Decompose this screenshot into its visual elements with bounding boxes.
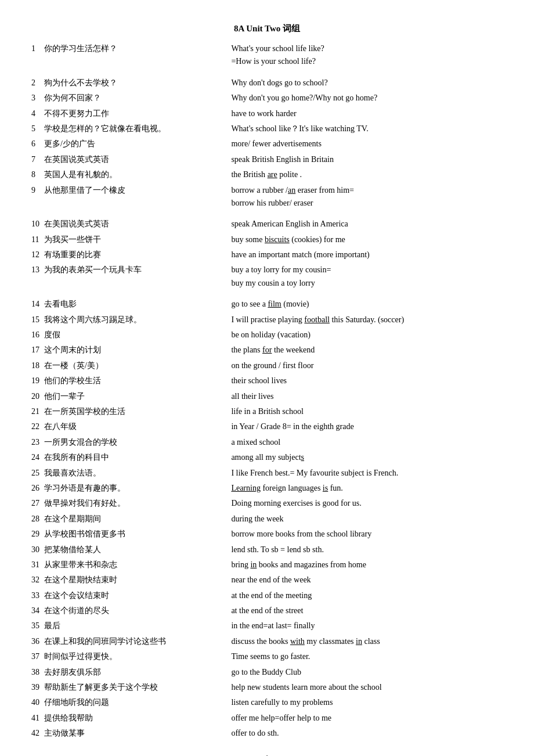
chinese-cell: 8 英国人是有礼貌的。 — [29, 167, 229, 182]
english-cell: I like French best.= My favourite subjec… — [229, 466, 505, 481]
item-number: 31 — [31, 559, 44, 571]
english-cell: at the end of the street — [229, 603, 505, 618]
item-number: 25 — [31, 467, 44, 480]
item-number: 30 — [31, 543, 44, 556]
item-number: 35 — [31, 620, 44, 632]
english-cell: be on holiday (vacation) — [229, 327, 505, 343]
chinese-text: 从学校图书馆借更多书 — [44, 530, 125, 538]
item-number: 1 — [31, 42, 44, 55]
table-row: 35 最后in the end=at last= finally — [29, 618, 505, 633]
table-row: 14 去看电影go to see a film (movie) — [29, 297, 505, 312]
english-cell: during the week — [229, 512, 505, 527]
chinese-text: 他们的学校生活 — [44, 376, 101, 385]
chinese-text: 你的学习生活怎样？ — [44, 44, 117, 53]
chinese-text: 在这个星期快结束时 — [44, 575, 117, 584]
english-cell: at the end of the meeting — [229, 588, 505, 603]
chinese-text: 狗为什么不去学校？ — [44, 78, 117, 87]
chinese-text: 不得不更努力工作 — [44, 109, 109, 118]
item-number: 4 — [31, 107, 44, 120]
chinese-text: 主动做某事 — [44, 729, 85, 737]
chinese-cell: 1 你的学习生活怎样？ — [29, 41, 229, 70]
item-number: 36 — [31, 635, 44, 648]
chinese-text: 从家里带来书和杂志 — [44, 560, 117, 569]
item-number: 5 — [31, 123, 44, 135]
chinese-text: 在美国说美式英语 — [44, 219, 109, 228]
english-cell: have to work harder — [229, 106, 505, 121]
item-number: 8 — [31, 168, 44, 181]
english-cell: borrow a rubber /an eraser from him=borr… — [229, 183, 505, 211]
table-row: 25 我最喜欢法语。I like French best.= My favour… — [29, 466, 505, 481]
chinese-text: 他们一辈子 — [44, 392, 85, 401]
table-row: 40 仔细地听我的问题listen carefully to my proble… — [29, 695, 505, 710]
table-row: 32 在这个星期快结束时near the end of the week — [29, 573, 505, 588]
table-row: 36 在课上和我的同班同学讨论这些书discuss the books with… — [29, 634, 505, 649]
table-row: 7 在英国说英式英语speak British English in Brita… — [29, 152, 505, 167]
chinese-text: 把某物借给某人 — [44, 545, 101, 554]
english-cell: have an important match (more important) — [229, 247, 505, 262]
chinese-text: 一所男女混合的学校 — [44, 438, 117, 447]
english-cell: on the ground / first floor — [229, 358, 505, 373]
item-number: 41 — [31, 712, 44, 725]
chinese-cell: 11 为我买一些饼干 — [29, 232, 229, 247]
item-number: 18 — [31, 359, 44, 372]
table-row: 38 去好朋友俱乐部go to the Buddy Club — [29, 665, 505, 680]
vocab-table: 1 你的学习生活怎样？What's your school life like?… — [29, 41, 505, 741]
table-row: 26 学习外语是有趣的事。Learning foreign languages … — [29, 481, 505, 496]
chinese-cell: 29 从学校图书馆借更多书 — [29, 527, 229, 542]
chinese-text: 最后 — [44, 621, 60, 630]
chinese-text: 更多/少的广告 — [44, 139, 95, 148]
english-cell: buy some biscuits (cookies) for me — [229, 232, 505, 247]
chinese-cell: 26 学习外语是有趣的事。 — [29, 481, 229, 496]
chinese-text: 做早操对我们有好处。 — [44, 499, 125, 507]
chinese-text: 在这个会议结束时 — [44, 591, 109, 600]
chinese-cell: 6 更多/少的广告 — [29, 136, 229, 152]
table-row: 23 一所男女混合的学校a mixed school — [29, 435, 505, 450]
page-number: 1 — [29, 753, 505, 756]
chinese-text: 在一所英国学校的生活 — [44, 407, 125, 416]
table-row: 33 在这个会议结束时at the end of the meeting — [29, 588, 505, 603]
item-number: 20 — [31, 390, 44, 403]
item-number: 34 — [31, 604, 44, 617]
chinese-cell: 42 主动做某事 — [29, 726, 229, 741]
table-row: 15 我将这个周六练习踢足球。I will practise playing f… — [29, 312, 505, 327]
english-cell: borrow more books from the school librar… — [229, 527, 505, 542]
english-cell: buy a toy lorry for my cousin=buy my cou… — [229, 262, 505, 291]
item-number: 26 — [31, 482, 44, 495]
table-row: 12 有场重要的比赛have an important match (more … — [29, 247, 505, 262]
chinese-text: 在我所有的科目中 — [44, 453, 109, 462]
chinese-cell: 30 把某物借给某人 — [29, 542, 229, 557]
table-row: 20 他们一辈子all their lives — [29, 389, 505, 404]
table-row: 10 在美国说美式英语speak American English in Ame… — [29, 217, 505, 232]
item-number: 33 — [31, 589, 44, 602]
chinese-cell: 32 在这个星期快结束时 — [29, 573, 229, 588]
chinese-text: 为我的表弟买一个玩具卡车 — [44, 265, 142, 274]
english-cell: the plans for the weekend — [229, 343, 505, 358]
chinese-cell: 23 一所男女混合的学校 — [29, 435, 229, 450]
chinese-text: 有场重要的比赛 — [44, 250, 101, 259]
chinese-cell: 3 你为何不回家？ — [29, 91, 229, 106]
chinese-text: 仔细地听我的问题 — [44, 698, 109, 707]
chinese-cell: 19 他们的学校生活 — [29, 373, 229, 388]
english-cell: offer to do sth. — [229, 726, 505, 741]
english-cell: Why don't dogs go to school? — [229, 75, 505, 91]
chinese-text: 我将这个周六练习踢足球。 — [44, 315, 142, 324]
english-cell: in Year / Grade 8= in the eighth grade — [229, 419, 505, 434]
chinese-cell: 33 在这个会议结束时 — [29, 588, 229, 603]
chinese-cell: 36 在课上和我的同班同学讨论这些书 — [29, 634, 229, 649]
chinese-cell: 34 在这个街道的尽头 — [29, 603, 229, 618]
table-row: 24 在我所有的科目中among all my subjects — [29, 450, 505, 465]
english-cell: go to the Buddy Club — [229, 665, 505, 680]
english-cell: discuss the books with my classmates in … — [229, 634, 505, 649]
chinese-cell: 35 最后 — [29, 618, 229, 633]
item-number: 42 — [31, 727, 44, 740]
chinese-text: 时间似乎过得更快。 — [44, 652, 117, 661]
chinese-cell: 10 在美国说美式英语 — [29, 217, 229, 232]
spacer-row — [29, 291, 505, 297]
chinese-cell: 27 做早操对我们有好处。 — [29, 496, 229, 511]
english-cell: I will practise playing football this Sa… — [229, 312, 505, 327]
english-cell: go to see a film (movie) — [229, 297, 505, 312]
chinese-text: 你为何不回家？ — [44, 93, 101, 102]
table-row: 27 做早操对我们有好处。Doing morning exercises is … — [29, 496, 505, 511]
table-row: 34 在这个街道的尽头at the end of the street — [29, 603, 505, 618]
spacer-row — [29, 211, 505, 217]
